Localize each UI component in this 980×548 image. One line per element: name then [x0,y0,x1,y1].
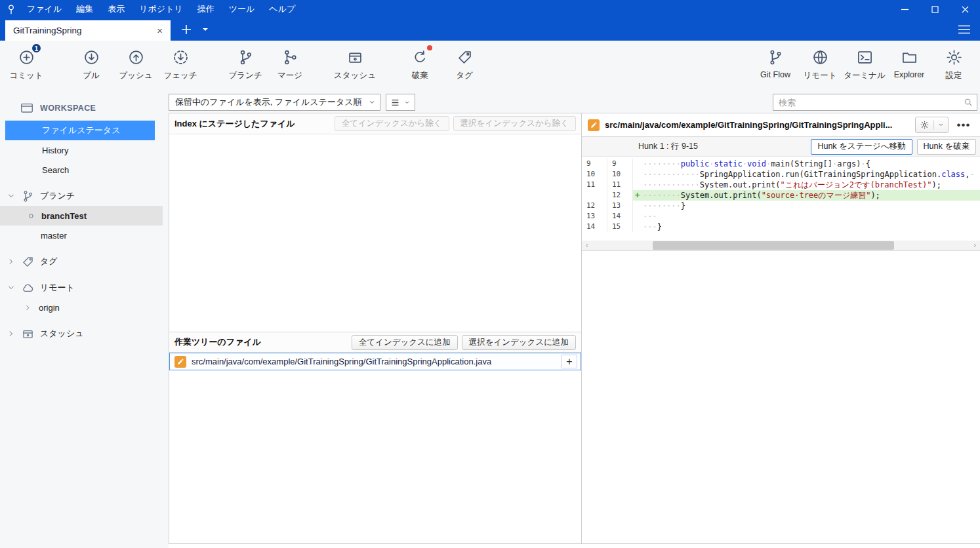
diff-line[interactable]: 1010············SpringApplication.run(Gi… [582,169,980,180]
tag-icon [456,49,474,66]
toolbar-button-label: リモート [804,70,837,81]
toolbar-push-button[interactable]: プッシュ [113,47,158,81]
diff-options-button[interactable] [915,117,949,133]
diff-line[interactable]: 12+········System.out.print("source·tree… [582,190,980,201]
chevron-right-icon [7,257,16,266]
menu-item[interactable]: ファイル [20,0,69,18]
stage-hunk-button[interactable]: Hunk をステージへ移動 [811,139,912,155]
close-button[interactable] [950,0,980,18]
toolbar-commit-button[interactable]: 1コミット [4,47,49,81]
tab-list-caret-icon[interactable] [202,26,209,33]
code-text: ········System.out.print("source·treeのマー… [643,190,980,201]
chevron-right-icon [7,329,16,338]
discard-hunk-button[interactable]: Hunk を破棄 [917,139,976,155]
horizontal-scrollbar[interactable] [582,241,980,250]
toolbar-branch-button[interactable]: ブランチ [223,47,268,81]
new-line-number: 10 [607,169,633,180]
scrollbar-track[interactable] [592,241,970,250]
menu-item[interactable]: 表示 [100,0,132,18]
minimize-button[interactable] [889,0,920,18]
toolbar-button-label: ブランチ [228,70,262,81]
toolbar-tag-button[interactable]: タグ [442,47,487,81]
more-options-icon[interactable]: ••• [954,122,973,128]
diff-line[interactable]: 1415···} [582,222,980,232]
view-options-dropdown[interactable] [386,94,415,111]
menu-item[interactable]: 編集 [69,0,100,18]
sidebar-item-History[interactable]: History [5,140,155,160]
unstage-all-button[interactable]: 全てインデックスから除く [335,116,449,131]
worktree-panel-title: 作業ツリーのファイル [174,336,261,348]
maximize-button[interactable] [920,0,950,18]
search-input[interactable] [779,98,960,108]
diff-line[interactable]: 99········public·static·void·main(String… [582,159,980,169]
toolbar-button-label: フェッチ [163,70,197,81]
file-filter-dropdown[interactable]: 保留中のファイルを表示, ファイルステータス順 [169,94,380,111]
diff-line[interactable]: 1213········} [582,201,980,211]
tab-close-icon[interactable]: × [155,25,164,36]
hamburger-menu-icon[interactable] [958,24,971,35]
diff-file-header: src/main/java/com/example/GitTrainingSpr… [582,113,980,136]
section-label: ブランチ [40,190,75,202]
toolbar-fetch-button[interactable]: フェッチ [158,47,203,81]
menu-item[interactable]: ツール [222,0,262,18]
staged-panel-title: Index にステージしたファイル [174,118,295,130]
new-tab-button[interactable] [181,24,192,35]
sidebar-item-origin[interactable]: origin [0,298,163,317]
diff-line[interactable]: 1111············System.out.print("これはバージ… [582,180,980,190]
toolbar-gitflow-button[interactable]: Git Flow [753,47,798,81]
toolbar-terminal-button[interactable]: ターミナル [842,47,887,81]
diff-code: 99········public·static·void·main(String… [582,157,980,241]
unstage-selected-button[interactable]: 選択をインデックスから除く [453,116,576,131]
repo-tab[interactable]: GitTrainingSpring × [5,20,171,41]
toolbar-merge-button[interactable]: マージ [268,47,312,81]
sidebar-item-ファイルステータス[interactable]: ファイルステータス [5,121,155,140]
section-label: スタッシュ [40,328,84,340]
scroll-right-icon[interactable] [970,241,980,250]
workspace-items: ファイルステータスHistorySearch [0,121,163,180]
diff-marker [633,201,643,211]
sidebar-item-branchTest[interactable]: branchTest [0,206,163,225]
hunk-header: Hunk 1 : 行 9-15 Hunk をステージへ移動 Hunk を破棄 [582,137,980,157]
merge-icon [281,49,299,66]
section-label: リモート [40,282,75,294]
sidebar-section-リモート[interactable]: リモート [0,278,163,298]
code-text: ············SpringApplication.run(GitTra… [643,169,980,180]
diff-file-path: src/main/java/com/example/GitTrainingSpr… [605,120,910,130]
menu-item[interactable]: 操作 [190,0,222,18]
new-line-number: 11 [607,180,633,190]
modified-file-icon [174,356,186,368]
worktree-file-list[interactable]: src/main/java/com/example/GitTrainingSpr… [169,353,581,543]
toolbar-remote-button[interactable]: リモート [798,47,842,81]
stage-all-button[interactable]: 全てインデックスに追加 [352,335,458,350]
code-text: ··· [643,211,980,222]
scroll-left-icon[interactable] [582,241,592,250]
settings-icon [945,49,963,66]
toolbar-pull-button[interactable]: プル [69,47,113,81]
toolbar-discard-button[interactable]: 破棄 [398,47,442,81]
sidebar-section-タグ[interactable]: タグ [0,252,163,271]
toolbar-settings-button[interactable]: 設定 [931,47,976,81]
menu-item[interactable]: ヘルプ [262,0,302,18]
diff-marker [633,222,643,232]
sidebar-section-ブランチ[interactable]: ブランチ [0,186,163,206]
list-view-icon [391,98,399,107]
window-controls [889,0,980,18]
commit-count-badge: 1 [31,43,42,54]
file-filter-value: 保留中のファイルを表示, ファイルステータス順 [175,96,362,108]
explorer-icon [901,49,918,66]
diff-line[interactable]: 1314··· [582,211,980,222]
sidebar-item-master[interactable]: master [0,225,163,245]
toolbar-stash-button[interactable]: スタッシュ [333,47,377,81]
scrollbar-thumb[interactable] [653,241,894,250]
worktree-file-row[interactable]: src/main/java/com/example/GitTrainingSpr… [169,353,581,370]
chevron-down-icon [7,191,16,201]
diff-marker [633,169,643,180]
stage-file-button[interactable]: + [561,355,577,368]
toolbar-explorer-button[interactable]: Explorer [887,47,931,81]
menu-item[interactable]: リポジトリ [132,0,190,18]
commit-dot-icon [26,211,36,221]
sidebar-section-スタッシュ[interactable]: スタッシュ [0,324,163,343]
staged-file-list[interactable] [169,134,581,332]
stage-selected-button[interactable]: 選択をインデックスに追加 [462,335,576,350]
sidebar-item-Search[interactable]: Search [5,160,155,180]
